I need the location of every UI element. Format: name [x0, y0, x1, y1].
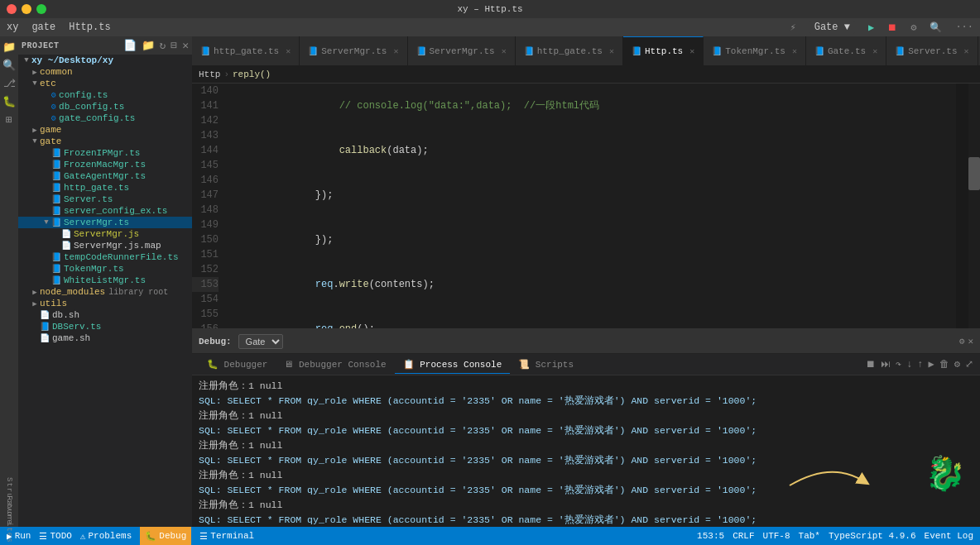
tab-gate[interactable]: 📘 Gate.ts ✕: [806, 36, 886, 65]
tree-file-dbsh[interactable]: 📄 db.sh: [18, 309, 192, 321]
status-debug-tab[interactable]: 🐛 Debug: [140, 527, 191, 545]
tab-tokenmgr[interactable]: 📘 TokenMgr.ts ✕: [704, 36, 806, 65]
tab-servermgr-1[interactable]: 📘 ServerMgr.ts ✕: [300, 36, 407, 65]
menu-item-xy[interactable]: xy: [7, 22, 18, 33]
stop-button[interactable]: ⏹: [887, 22, 897, 34]
debug-ctrl-trash[interactable]: 🗑: [939, 358, 949, 371]
tree-folder-nodemodules[interactable]: ▶ node_modules library root: [18, 286, 192, 298]
debug-output-sql: SQL: SELECT * FROM qy_role WHERE (accoun…: [199, 483, 973, 498]
tree-file-servermgr[interactable]: ▼ 📘 ServerMgr.ts: [18, 217, 192, 228]
tree-file-frozenmac[interactable]: 📘 FrozenMacMgr.ts: [18, 159, 192, 170]
tree-file-tokenmgr[interactable]: 📘 TokenMgr.ts: [18, 263, 192, 275]
search-icon[interactable]: 🔍: [930, 22, 942, 34]
debug-ctrl-continue[interactable]: ▶: [929, 358, 934, 371]
debug-ctrl-stepout[interactable]: ↑: [917, 359, 923, 371]
extensions-icon[interactable]: ⊞: [2, 112, 17, 127]
tree-file-gamesh[interactable]: 📄 game.sh: [18, 332, 192, 344]
status-problems[interactable]: ⚠ Problems: [80, 531, 132, 542]
tree-folder-common[interactable]: ▶ common: [18, 66, 192, 78]
menu-item-gate[interactable]: gate: [31, 22, 55, 33]
breadcrumb-reply[interactable]: reply(): [233, 69, 271, 79]
status-position[interactable]: 153:5: [697, 531, 724, 541]
tree-folder-gate[interactable]: ▼ gate: [18, 136, 192, 147]
tab-http-gate-1[interactable]: 📘 http_gate.ts ✕: [192, 36, 300, 65]
more-icon[interactable]: ···: [955, 22, 973, 33]
editor-area: 📘 http_gate.ts ✕ 📘 ServerMgr.ts ✕ 📘 Serv…: [192, 36, 980, 527]
refresh-icon[interactable]: ↻: [160, 39, 166, 52]
tab-http-ts[interactable]: 📘 Http.ts ✕: [623, 36, 704, 65]
status-encoding[interactable]: UTF-8: [763, 531, 790, 541]
tab-debugger-console[interactable]: 🖥 Debugger Console: [276, 356, 394, 374]
tree-file-server[interactable]: 📘 Server.ts: [18, 194, 192, 205]
tree-folder-etc[interactable]: ▼ etc: [18, 78, 192, 89]
code-line-145: req.end();: [232, 307, 949, 328]
run-button[interactable]: ▶: [868, 22, 874, 34]
favorites-icon[interactable]: Favorites: [2, 512, 17, 527]
tree-file-tempcoderunner[interactable]: 📘 tempCodeRunnerFile.ts: [18, 251, 192, 263]
close-button[interactable]: [7, 4, 17, 14]
gate-selector[interactable]: Gate ▼: [809, 21, 855, 34]
status-crlf[interactable]: CRLF: [733, 531, 754, 541]
debug-controls: ⏹ ⏭ ↷ ↓ ↑ ▶ 🗑 ⚙ ⤢: [866, 358, 973, 371]
breadcrumb: Http › reply(): [192, 65, 980, 84]
tree-file-servermgr-js[interactable]: 📄 ServerMgr.js: [18, 228, 192, 240]
tab-server[interactable]: 📘 Server.ts ✕: [886, 36, 978, 65]
tree-file-dbserv[interactable]: 📘 DBServ.ts: [18, 321, 192, 332]
new-file-icon[interactable]: 📄: [123, 39, 137, 52]
tab-debugger[interactable]: 🐛 Debugger: [199, 356, 276, 374]
explorer-icon[interactable]: 📁: [2, 40, 17, 55]
tree-file-http-gate[interactable]: 📘 http_gate.ts: [18, 182, 192, 194]
tab-http-gate-2[interactable]: 📘 http_gate.ts ✕: [516, 36, 623, 65]
tree-file-frozenip[interactable]: 📘 FrozenIPMgr.ts: [18, 147, 192, 159]
debug-ctrl-settings[interactable]: ⚙: [954, 358, 960, 371]
tab-scripts[interactable]: 📜 Scripts: [510, 356, 582, 374]
debug-ctrl-stepinto[interactable]: ↓: [906, 359, 912, 371]
debug-ctrl-step[interactable]: ⏭: [881, 358, 891, 371]
debug-output[interactable]: 注册角色：1 null SQL: SELECT * FROM qy_role W…: [192, 375, 980, 527]
tab-servermgr-2[interactable]: 📘 ServerMgr.ts ✕: [408, 36, 516, 65]
code-line-142: });: [232, 173, 949, 218]
debug-output-sql: SQL: SELECT * FROM qy_role WHERE (accoun…: [199, 453, 973, 468]
tree-file-servermgr-map[interactable]: 📄 ServerMgr.js.map: [18, 240, 192, 251]
minimize-button[interactable]: [22, 4, 31, 14]
maximize-button[interactable]: [36, 4, 46, 14]
status-language[interactable]: TypeScript 4.9.6: [829, 531, 916, 541]
debug-gate-selector[interactable]: Gate: [238, 334, 283, 349]
status-event-log[interactable]: Event Log: [925, 531, 973, 541]
status-terminal[interactable]: ☰ Terminal: [199, 531, 254, 542]
scm-icon[interactable]: ⎇: [2, 76, 17, 91]
new-folder-icon[interactable]: 📁: [142, 39, 155, 52]
tree-file-gate-config[interactable]: ⚙ gate_config.ts: [18, 112, 192, 124]
status-run-button[interactable]: ▶ Run: [7, 531, 31, 542]
status-indent[interactable]: Tab*: [799, 531, 820, 541]
debug-toolbar: Debug: Gate ⚙ ✕: [192, 329, 980, 354]
breadcrumb-http[interactable]: Http: [199, 69, 220, 79]
debug-ctrl-expand[interactable]: ⤢: [965, 358, 973, 371]
collapse-icon[interactable]: ⊟: [171, 39, 177, 52]
tree-file-gateagent[interactable]: 📘 GateAgentMgr.ts: [18, 170, 192, 182]
window-controls[interactable]: [7, 4, 46, 14]
debug-settings-icon[interactable]: ⚙: [959, 336, 965, 347]
status-todo[interactable]: ☰ TODO: [39, 531, 71, 542]
code-content[interactable]: // console.log("data:",data); //一段html代码…: [225, 84, 956, 328]
tab-process-console[interactable]: 📋 Process Console: [395, 356, 511, 374]
tree-file-db-config[interactable]: ⚙ db_config.ts: [18, 101, 192, 112]
menu-item-file[interactable]: Http.ts: [69, 22, 110, 33]
window-title: xy – Http.ts: [457, 4, 522, 14]
settings-icon[interactable]: ⚙: [910, 22, 916, 34]
tree-file-whitelistmgr[interactable]: 📘 WhiteListMgr.ts: [18, 275, 192, 286]
code-editor[interactable]: 140 141 142 143 144 145 146 147 148 149 …: [192, 84, 980, 328]
tree-file-server-config[interactable]: 📘 server_config_ex.ts: [18, 205, 192, 217]
debug-ctrl-stepover[interactable]: ↷: [896, 358, 901, 371]
search-activity-icon[interactable]: 🔍: [2, 58, 17, 73]
tree-file-config[interactable]: ⚙ config.ts: [18, 89, 192, 101]
debug-activity-icon[interactable]: 🐛: [2, 94, 17, 109]
debug-output-line: 注册角色：1 null: [199, 409, 973, 423]
close-sidebar-icon[interactable]: ✕: [182, 39, 189, 52]
tree-root[interactable]: ▼ xy ~/Desktop/xy: [18, 55, 192, 66]
debug-ctrl-stop[interactable]: ⏹: [866, 358, 876, 371]
debug-close-icon[interactable]: ✕: [968, 336, 973, 347]
tree-folder-game[interactable]: ▶ game: [18, 124, 192, 136]
tree-folder-utils[interactable]: ▶ utils: [18, 298, 192, 309]
editor-scrollbar[interactable]: [968, 84, 980, 328]
